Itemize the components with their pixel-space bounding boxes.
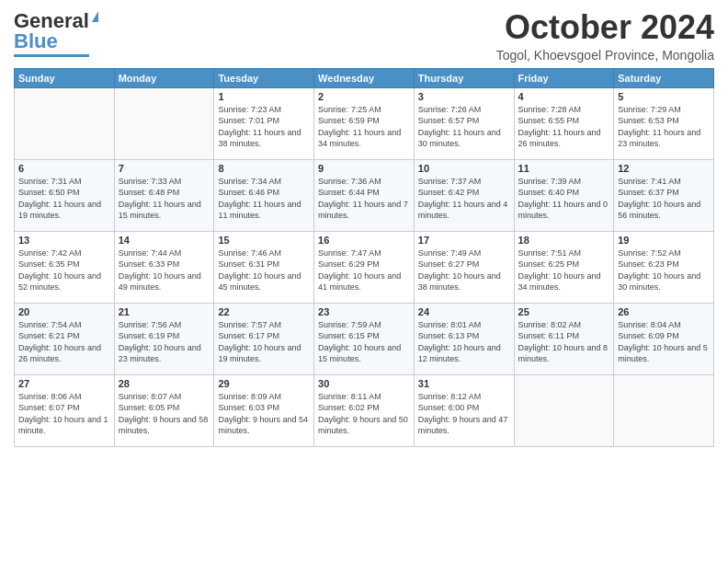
calendar-cell: 15Sunrise: 7:46 AMSunset: 6:31 PMDayligh…: [214, 231, 314, 303]
cell-content: Daylight: 11 hours and 0 minutes.: [518, 199, 610, 222]
day-number: 7: [119, 163, 210, 174]
cell-content: Sunrise: 7:42 AM: [18, 247, 110, 259]
day-number: 21: [119, 306, 210, 317]
calendar-cell: 29Sunrise: 8:09 AMSunset: 6:03 PMDayligh…: [214, 374, 314, 446]
cell-content: Sunrise: 8:12 AM: [418, 391, 510, 403]
cell-content: Sunset: 6:40 PM: [518, 187, 610, 199]
day-number: 23: [318, 306, 410, 317]
day-number: 12: [618, 163, 710, 174]
cell-content: Sunset: 6:11 PM: [518, 330, 610, 342]
cell-content: Sunrise: 7:33 AM: [119, 176, 210, 188]
cell-content: Sunset: 6:15 PM: [318, 330, 410, 342]
cell-content: Daylight: 10 hours and 26 minutes.: [18, 342, 110, 365]
day-number: 22: [218, 306, 310, 317]
cell-content: Sunset: 6:44 PM: [318, 187, 410, 199]
cell-content: Sunrise: 7:28 AM: [518, 104, 610, 116]
cell-content: Sunrise: 7:57 AM: [218, 319, 310, 331]
day-number: 13: [18, 235, 110, 246]
cell-content: Sunset: 6:33 PM: [119, 259, 210, 270]
calendar-cell: 1Sunrise: 7:23 AMSunset: 7:01 PMDaylight…: [214, 87, 314, 159]
cell-content: Daylight: 10 hours and 34 minutes.: [518, 270, 610, 293]
day-number: 29: [218, 378, 310, 389]
cell-content: Sunrise: 8:07 AM: [119, 391, 210, 403]
cell-content: Sunrise: 7:23 AM: [218, 104, 310, 116]
calendar-cell: 18Sunrise: 7:51 AMSunset: 6:25 PMDayligh…: [514, 231, 614, 303]
cell-content: Daylight: 9 hours and 50 minutes.: [318, 414, 410, 437]
logo-general: General: [14, 9, 89, 32]
cell-content: Sunset: 6:05 PM: [119, 402, 210, 414]
day-number: 24: [418, 306, 510, 317]
day-number: 2: [318, 91, 410, 102]
cell-content: Sunrise: 8:11 AM: [318, 391, 410, 403]
cell-content: Sunrise: 8:04 AM: [618, 319, 710, 331]
cell-content: Sunrise: 7:54 AM: [18, 319, 110, 331]
calendar-cell: 16Sunrise: 7:47 AMSunset: 6:29 PMDayligh…: [314, 231, 415, 303]
cell-content: Sunrise: 7:36 AM: [318, 176, 410, 188]
day-header-thursday: Thursday: [414, 68, 514, 87]
logo-triangle-icon: [92, 11, 98, 22]
calendar-cell: 8Sunrise: 7:34 AMSunset: 6:46 PMDaylight…: [214, 159, 314, 231]
cell-content: Daylight: 9 hours and 47 minutes.: [418, 414, 510, 437]
cell-content: Sunrise: 7:44 AM: [119, 247, 210, 259]
cell-content: Sunset: 6:07 PM: [18, 402, 110, 414]
calendar-table: SundayMondayTuesdayWednesdayThursdayFrid…: [14, 68, 714, 447]
day-number: 14: [119, 235, 210, 246]
location-title: Togol, Khoevsgoel Province, Mongolia: [496, 48, 714, 63]
cell-content: Sunset: 6:48 PM: [119, 187, 210, 199]
day-number: 15: [218, 235, 310, 246]
cell-content: Sunrise: 7:49 AM: [418, 247, 510, 259]
cell-content: Daylight: 10 hours and 5 minutes.: [618, 342, 710, 365]
cell-content: Sunset: 6:09 PM: [618, 330, 710, 342]
calendar-cell: 13Sunrise: 7:42 AMSunset: 6:35 PMDayligh…: [15, 231, 115, 303]
calendar-cell: [114, 87, 214, 159]
cell-content: Sunrise: 7:59 AM: [318, 319, 410, 331]
calendar-cell: 11Sunrise: 7:39 AMSunset: 6:40 PMDayligh…: [514, 159, 614, 231]
cell-content: Daylight: 10 hours and 49 minutes.: [119, 270, 210, 293]
cell-content: Sunrise: 7:25 AM: [318, 104, 410, 116]
day-number: 18: [518, 235, 610, 246]
cell-content: Daylight: 10 hours and 19 minutes.: [218, 342, 310, 365]
calendar-cell: 19Sunrise: 7:52 AMSunset: 6:23 PMDayligh…: [614, 231, 714, 303]
cell-content: Sunset: 6:23 PM: [618, 259, 710, 270]
cell-content: Daylight: 10 hours and 38 minutes.: [418, 270, 510, 293]
cell-content: Sunrise: 7:46 AM: [218, 247, 310, 259]
calendar-cell: 21Sunrise: 7:56 AMSunset: 6:19 PMDayligh…: [114, 303, 214, 374]
day-number: 19: [618, 235, 710, 246]
cell-content: Sunset: 6:17 PM: [218, 330, 310, 342]
cell-content: Daylight: 10 hours and 41 minutes.: [318, 270, 410, 293]
cell-content: Sunset: 6:46 PM: [218, 187, 310, 199]
day-header-saturday: Saturday: [614, 68, 714, 87]
day-header-friday: Friday: [514, 68, 614, 87]
logo: General Blue: [14, 9, 89, 57]
cell-content: Sunset: 6:35 PM: [18, 259, 110, 270]
day-number: 16: [318, 235, 410, 246]
calendar-page: General Blue October 2024 Togol, Khoevsg…: [0, 0, 728, 563]
cell-content: Sunrise: 7:37 AM: [418, 176, 510, 188]
calendar-cell: 22Sunrise: 7:57 AMSunset: 6:17 PMDayligh…: [214, 303, 314, 374]
cell-content: Sunset: 6:02 PM: [318, 402, 410, 414]
day-header-monday: Monday: [114, 68, 214, 87]
week-row-4: 20Sunrise: 7:54 AMSunset: 6:21 PMDayligh…: [15, 303, 714, 374]
cell-content: Daylight: 11 hours and 34 minutes.: [318, 127, 410, 150]
calendar-cell: 25Sunrise: 8:02 AMSunset: 6:11 PMDayligh…: [514, 303, 614, 374]
calendar-cell: 10Sunrise: 7:37 AMSunset: 6:42 PMDayligh…: [414, 159, 514, 231]
calendar-cell: 26Sunrise: 8:04 AMSunset: 6:09 PMDayligh…: [614, 303, 714, 374]
cell-content: Daylight: 9 hours and 58 minutes.: [119, 414, 210, 437]
cell-content: Sunrise: 7:52 AM: [618, 247, 710, 259]
calendar-header: SundayMondayTuesdayWednesdayThursdayFrid…: [15, 68, 714, 87]
cell-content: Sunrise: 8:01 AM: [418, 319, 510, 331]
day-number: 30: [318, 378, 410, 389]
logo-underline: [14, 54, 89, 57]
calendar-cell: 14Sunrise: 7:44 AMSunset: 6:33 PMDayligh…: [114, 231, 214, 303]
week-row-3: 13Sunrise: 7:42 AMSunset: 6:35 PMDayligh…: [15, 231, 714, 303]
day-header-wednesday: Wednesday: [314, 68, 415, 87]
cell-content: Sunset: 6:25 PM: [518, 259, 610, 270]
day-number: 26: [618, 306, 710, 317]
cell-content: Sunset: 6:59 PM: [318, 115, 410, 127]
cell-content: Daylight: 10 hours and 30 minutes.: [618, 270, 710, 293]
cell-content: Sunset: 6:31 PM: [218, 259, 310, 270]
cell-content: Sunset: 6:57 PM: [418, 115, 510, 127]
cell-content: Daylight: 10 hours and 52 minutes.: [18, 270, 110, 293]
cell-content: Sunset: 6:00 PM: [418, 402, 510, 414]
calendar-cell: 3Sunrise: 7:26 AMSunset: 6:57 PMDaylight…: [414, 87, 514, 159]
